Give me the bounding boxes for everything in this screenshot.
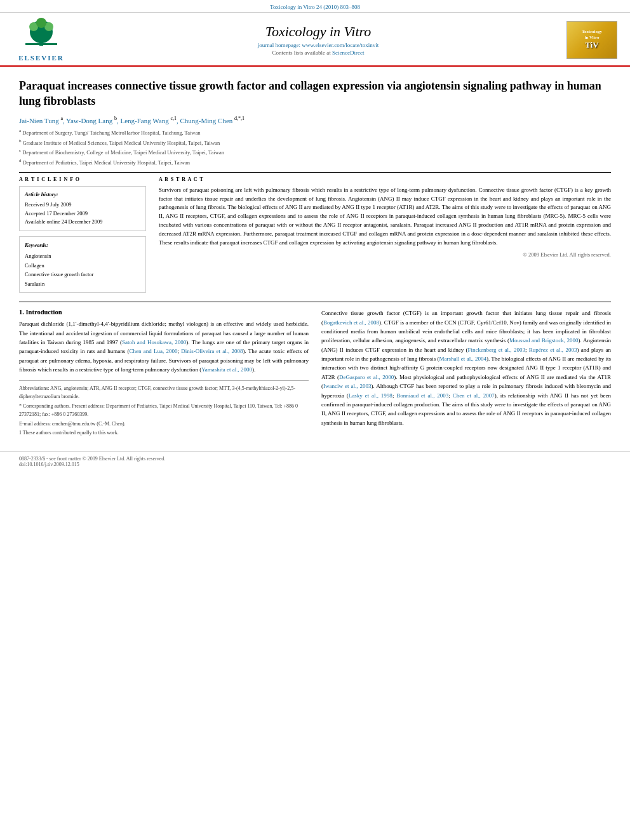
ref-moussad[interactable]: Moussad and Brigstock, 2000 [509,337,579,343]
authors-line: Jai-Nien Tung a, Yaw-Dong Lang b, Leng-F… [19,116,611,124]
doi-text: doi:10.1016/j.tiv.2009.12.015 [19,462,79,467]
article-title: Paraquat increases connective tissue gro… [19,78,611,109]
issn-text: 0887-2333/$ - see front matter © 2009 El… [19,456,165,462]
article-info-label: A R T I C L E I N F O [19,177,146,182]
abstract-paragraph: Survivors of paraquat poisoning are left… [159,186,611,248]
svg-point-5 [36,18,46,28]
author-3: Leng-Fang Wang [120,116,168,124]
ref-dinis[interactable]: Dinis-Oliveira et al., 2008 [181,348,243,354]
journal-header: ELSEVIER Toxicology in Vitro journal hom… [0,13,630,67]
section-divider-1 [19,172,611,173]
keywords-label: Keywords: [25,241,140,250]
ref-lasky[interactable]: Lasky et al., 1998 [349,392,392,399]
intro-paragraph-1: Paraquat dichloride (1,1′-dimethyl-4,4′-… [19,319,309,374]
ref-degasparo[interactable]: DeGasparo et al., 2000 [339,374,394,380]
author-1: Jai-Nien Tung [19,116,59,124]
ref-marshall[interactable]: Marshall et al., 2004 [439,356,486,362]
article-info-column: A R T I C L E I N F O Article history: R… [19,177,146,293]
ref-chen2007[interactable]: Chen et al., 2007 [453,392,495,399]
right-paragraph-1: Connective tissue growth factor (CTGF) i… [321,309,611,427]
keyword-4: Saralasin [25,279,140,288]
body-left-column: 1. Introduction Paraquat dichloride (1,1… [19,309,309,439]
footnote-email: E-mail address: cmchen@tmu.edu.tw (C.-M.… [19,420,309,429]
abstract-text: Survivors of paraquat poisoning are left… [159,186,611,248]
main-content: Paraquat increases connective tissue gro… [0,67,630,445]
ref-chen-lua[interactable]: Chen and Lua, 2000 [129,348,177,354]
journal-homepage: journal homepage: www.elsevier.com/locat… [70,42,566,48]
keyword-1: Angiotensin [25,251,140,260]
accepted-date: Accepted 17 December 2009 [25,210,140,218]
abstract-label: A B S T R A C T [159,177,611,182]
ref-yamashita[interactable]: Yamashita et al., 2000 [201,366,252,373]
history-label: Article history: [25,190,140,199]
affiliations: a Department of Surgery, Tungs' Taichung… [19,128,611,166]
right-body-text: Connective tissue growth factor (CTGF) i… [321,309,611,427]
affil-c: c Department of Biochemistry, College of… [19,147,611,157]
contents-text: Contents lists available at [272,50,331,56]
article-history-box: Article history: Received 9 July 2009 Ac… [19,186,146,231]
info-abstract-columns: A R T I C L E I N F O Article history: R… [19,177,611,293]
elsevier-tree-icon [22,18,60,53]
copyright-line: © 2009 Elsevier Ltd. All rights reserved… [159,251,611,258]
tiv-sub-text: Toxicologyin Vitro [582,29,602,40]
footnote-abbreviations: Abbreviations: ANG, angiotensin; ATR, AN… [19,385,309,401]
elsevier-label: ELSEVIER [18,54,64,62]
elsevier-logo: ELSEVIER [13,18,70,62]
body-right-column: Connective tissue growth factor (CTGF) i… [321,309,611,439]
affil-b: b Graduate Institute of Medical Sciences… [19,138,611,147]
tiv-logo-text: TiV [585,40,598,50]
keyword-3: Connective tissue growth factor [25,270,140,279]
intro-body: Paraquat dichloride (1,1′-dimethyl-4,4′-… [19,319,309,374]
footnotes: Abbreviations: ANG, angiotensin; ATR, AN… [19,380,309,437]
bottom-bar: 0887-2333/$ - see front matter © 2009 El… [0,451,630,471]
body-content: 1. Introduction Paraquat dichloride (1,1… [19,302,611,439]
author-4: Chung-Ming Chen [180,116,232,124]
author-2: Yaw-Dong Lang [66,116,112,124]
footnote-corresponding: * Corresponding authors. Present address… [19,403,309,419]
keyword-2: Collagen [25,261,140,270]
keywords-box: Keywords: Angiotensin Collagen Connectiv… [19,236,146,293]
ref-ruperez[interactable]: Rupérez et al., 2003 [529,347,577,353]
affil-d: d Department of Pediatrics, Taipei Medic… [19,157,611,167]
footnote-1: 1 These authors contributed equally to t… [19,429,309,437]
ref-finck[interactable]: Finckenberg et al., 2003 [468,347,525,353]
received-date: Received 9 July 2009 [25,201,140,210]
intro-heading: 1. Introduction [19,309,309,316]
ref-bonniaud[interactable]: Bonniaud et al., 2003 [396,392,448,399]
svg-rect-2 [39,39,43,46]
citation-text: Toxicology in Vitro 24 (2010) 803–808 [270,4,360,10]
journal-name: Toxicology in Vitro [70,23,566,40]
affil-a: a Department of Surgery, Tungs' Taichung… [19,128,611,137]
homepage-text: journal homepage: www.elsevier.com/locat… [258,42,379,48]
sciencedirect-link[interactable]: ScienceDirect [332,50,364,56]
journal-logo-box: Toxicologyin Vitro TiV [566,21,617,59]
ref-iwanciw[interactable]: Iwanciw et al., 2003 [323,383,371,389]
ref-bogat[interactable]: Bogatkevich et al., 2008 [323,319,379,326]
citation-bar: Toxicology in Vitro 24 (2010) 803–808 [0,0,630,13]
available-date: Available online 24 December 2009 [25,218,140,227]
journal-title-block: Toxicology in Vitro journal homepage: ww… [70,23,566,56]
ref-satoh[interactable]: Satoh and Hosokawa, 2000 [122,339,186,345]
abstract-column: A B S T R A C T Survivors of paraquat po… [159,177,611,293]
contents-available: Contents lists available at ScienceDirec… [70,50,566,56]
